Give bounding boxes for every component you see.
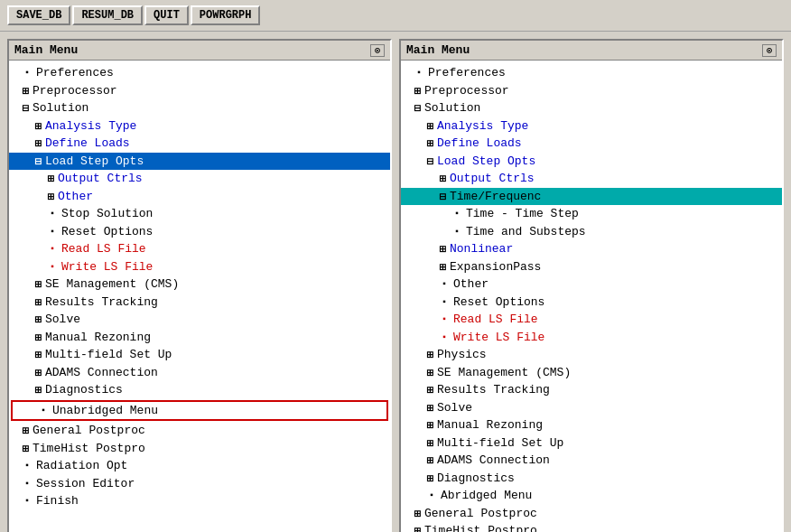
left-solution[interactable]: ⊟ Solution (9, 99, 390, 117)
plus-icon: ⊞ (439, 260, 446, 274)
right-timehist-postpro[interactable]: ⊞ TimeHist Postpro (401, 522, 782, 532)
right-preprocessor[interactable]: ⊞ Preprocessor (401, 82, 782, 100)
right-other-label: Other (453, 275, 489, 294)
plus-icon: ⊞ (34, 295, 42, 309)
left-preferences-label: Preferences (36, 64, 114, 82)
left-adams-connection-label: ADAMS Connection (45, 364, 158, 382)
plus-icon: ⊞ (426, 436, 433, 450)
right-expansionpass-label: ExpansionPass (450, 258, 541, 276)
plus-icon: ⊞ (426, 119, 433, 133)
right-diagnostics[interactable]: ⊞ Diagnostics (401, 470, 782, 488)
left-solve[interactable]: ⊞ Solve (9, 311, 390, 329)
right-define-loads[interactable]: ⊞ Define Loads (401, 135, 782, 153)
left-preferences[interactable]: ▪ Preferences (9, 64, 390, 82)
left-analysis-type[interactable]: ⊞ Analysis Type (9, 117, 390, 135)
right-nonlinear[interactable]: ⊞ Nonlinear (401, 240, 782, 258)
right-physics[interactable]: ⊞ Physics (401, 346, 782, 364)
powrgrph-button[interactable]: POWRGRPH (191, 5, 261, 25)
left-radiation-opt[interactable]: ▪ Radiation Opt (9, 457, 390, 475)
resum-db-button[interactable]: RESUM_DB (72, 5, 143, 25)
left-load-step-opts[interactable]: ⊟ Load Step Opts (9, 153, 390, 171)
left-preprocessor[interactable]: ⊞ Preprocessor (9, 82, 390, 100)
right-write-ls-file[interactable]: ▪ Write LS File (401, 329, 782, 347)
right-load-step-opts[interactable]: ⊟ Load Step Opts (401, 153, 782, 171)
left-write-ls-file[interactable]: ▪ Write LS File (9, 258, 390, 276)
left-timehist-postpro[interactable]: ⊞ TimeHist Postpro (9, 440, 390, 458)
left-general-postproc-label: General Postproc (33, 422, 145, 440)
right-time-substeps[interactable]: ▪ Time and Substeps (401, 223, 782, 241)
left-other[interactable]: ⊞ Other (9, 188, 390, 206)
doc-icon: ▪ (47, 244, 58, 255)
right-general-postproc[interactable]: ⊞ General Postproc (401, 505, 782, 523)
left-define-loads[interactable]: ⊞ Define Loads (9, 135, 390, 153)
left-output-ctrls[interactable]: ⊞ Output Ctrls (9, 170, 390, 188)
left-define-loads-label: Define Loads (45, 135, 130, 153)
right-time-frequenc-label: Time/Frequenc (450, 188, 541, 206)
right-reset-options[interactable]: ▪ Reset Options (401, 294, 782, 312)
doc-icon: ▪ (439, 331, 450, 342)
right-panel: Main Menu ⊙ ▪ Preferences ⊞ Preprocessor… (399, 39, 784, 532)
right-se-management[interactable]: ⊞ SE Management (CMS) (401, 364, 782, 382)
plus-icon: ⊞ (439, 172, 446, 185)
left-read-ls-file-label: Read LS File (61, 240, 146, 258)
save-db-button[interactable]: SAVE_DB (7, 5, 70, 25)
doc-icon: ▪ (22, 478, 33, 489)
right-abridged-menu-label: Abridged Menu (441, 487, 532, 505)
right-panel-body: ▪ Preferences ⊞ Preprocessor ⊟ Solution … (401, 61, 782, 532)
right-adams-connection[interactable]: ⊞ ADAMS Connection (401, 452, 782, 470)
doc-icon: ▪ (439, 314, 450, 325)
left-read-ls-file[interactable]: ▪ Read LS File (9, 240, 390, 258)
left-diagnostics[interactable]: ⊞ Diagnostics (9, 381, 390, 399)
left-session-editor[interactable]: ▪ Session Editor (9, 475, 390, 493)
left-finish[interactable]: ▪ Finish (9, 492, 390, 510)
doc-icon: ▪ (439, 279, 450, 290)
left-panel: Main Menu ⊙ ▪ Preferences ⊞ Preprocessor… (7, 39, 392, 532)
left-reset-options[interactable]: ▪ Reset Options (9, 223, 390, 241)
left-se-management[interactable]: ⊞ SE Management (CMS) (9, 275, 390, 294)
plus-icon: ⊞ (426, 366, 433, 379)
right-expansionpass[interactable]: ⊞ ExpansionPass (401, 258, 782, 276)
left-results-tracking[interactable]: ⊞ Results Tracking (9, 294, 390, 312)
doc-icon: ▪ (47, 226, 58, 237)
right-abridged-menu[interactable]: ▪ Abridged Menu (401, 487, 782, 505)
right-output-ctrls-label: Output Ctrls (450, 170, 535, 188)
right-diagnostics-label: Diagnostics (437, 470, 515, 488)
left-other-label: Other (58, 188, 93, 206)
right-output-ctrls[interactable]: ⊞ Output Ctrls (401, 170, 782, 188)
right-reset-options-label: Reset Options (453, 294, 544, 312)
minus-icon: ⊟ (414, 101, 421, 115)
plus-icon: ⊞ (34, 348, 42, 361)
right-read-ls-file[interactable]: ▪ Read LS File (401, 311, 782, 329)
right-solve-label: Solve (437, 399, 472, 417)
right-other[interactable]: ▪ Other (401, 275, 782, 294)
left-panel-collapse[interactable]: ⊙ (370, 44, 385, 57)
plus-icon: ⊞ (34, 331, 42, 344)
right-solution-label: Solution (424, 99, 480, 117)
right-time-time-step[interactable]: ▪ Time - Time Step (401, 205, 782, 223)
plus-icon: ⊞ (22, 442, 29, 455)
right-solve[interactable]: ⊞ Solve (401, 399, 782, 417)
right-se-management-label: SE Management (CMS) (437, 364, 571, 382)
left-unabridged-menu[interactable]: ▪ Unabridged Menu (11, 400, 388, 422)
right-time-frequenc[interactable]: ⊟ Time/Frequenc (401, 188, 782, 206)
left-manual-rezoning[interactable]: ⊞ Manual Rezoning (9, 329, 390, 347)
plus-icon: ⊞ (34, 383, 42, 397)
right-preferences[interactable]: ▪ Preferences (401, 64, 782, 82)
plus-icon: ⊞ (426, 348, 433, 361)
minus-icon: ⊟ (22, 101, 29, 115)
left-general-postproc[interactable]: ⊞ General Postproc (9, 422, 390, 440)
left-multi-field[interactable]: ⊞ Multi-field Set Up (9, 346, 390, 364)
right-panel-collapse[interactable]: ⊙ (762, 44, 777, 57)
right-solution[interactable]: ⊟ Solution (401, 99, 782, 117)
right-analysis-type[interactable]: ⊞ Analysis Type (401, 117, 782, 135)
right-results-tracking[interactable]: ⊞ Results Tracking (401, 381, 782, 399)
left-write-ls-file-label: Write LS File (61, 258, 153, 276)
right-multi-field[interactable]: ⊞ Multi-field Set Up (401, 434, 782, 453)
left-se-management-label: SE Management (CMS) (45, 275, 179, 294)
left-stop-solution[interactable]: ▪ Stop Solution (9, 205, 390, 223)
right-time-time-step-label: Time - Time Step (466, 205, 579, 223)
right-manual-rezoning[interactable]: ⊞ Manual Rezoning (401, 416, 782, 434)
doc-icon: ▪ (439, 296, 450, 307)
quit-button[interactable]: QUIT (144, 5, 189, 25)
left-adams-connection[interactable]: ⊞ ADAMS Connection (9, 364, 390, 382)
